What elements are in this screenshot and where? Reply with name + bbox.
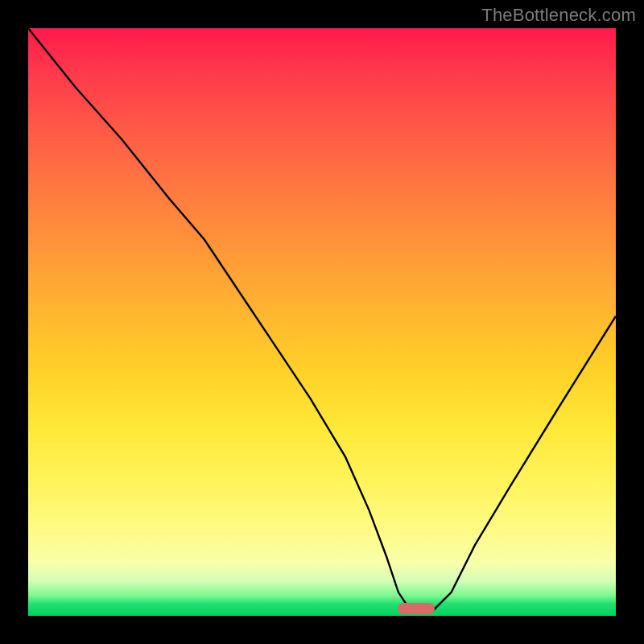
plot-area bbox=[28, 28, 616, 616]
watermark-text: TheBottleneck.com bbox=[481, 5, 636, 26]
optimum-marker bbox=[398, 603, 435, 614]
bottleneck-curve bbox=[28, 28, 616, 616]
chart-frame: TheBottleneck.com bbox=[0, 0, 644, 644]
